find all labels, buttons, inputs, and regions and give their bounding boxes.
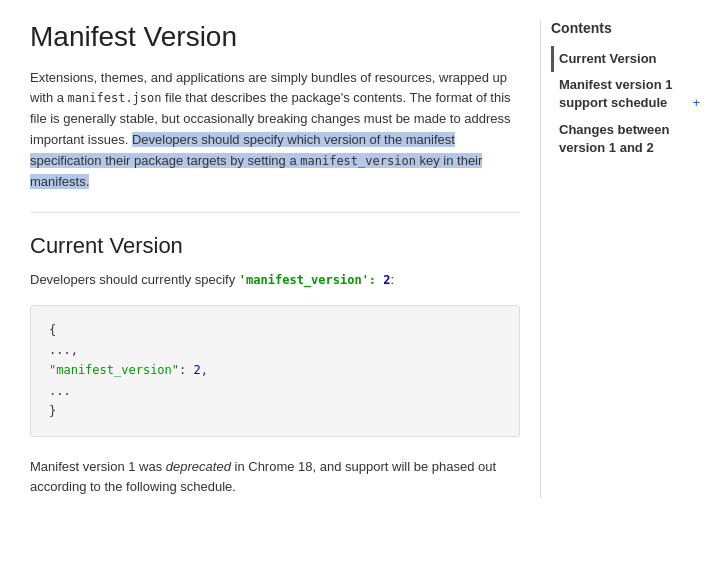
page-title: Manifest Version	[30, 20, 520, 54]
sidebar-expand-icon[interactable]: +	[692, 94, 700, 112]
deprecated-text: deprecated	[166, 459, 231, 474]
code-val: 2	[194, 363, 201, 377]
bottom-paragraph: Manifest version 1 was deprecated in Chr…	[30, 457, 520, 499]
code-key: "manifest_version"	[49, 363, 179, 377]
code-line-2: ...,	[49, 340, 501, 360]
sidebar-item-current-version[interactable]: Current Version	[551, 46, 700, 72]
code-line-1: {	[49, 320, 501, 340]
sidebar: Contents Current Version Manifest versio…	[540, 20, 700, 498]
page-layout: Manifest Version Extensions, themes, and…	[0, 0, 714, 518]
section-divider	[30, 212, 520, 213]
code-block: { ..., "manifest_version": 2, ... }	[30, 305, 520, 437]
manifest-version-number: 2	[383, 273, 390, 287]
sidebar-item-manifest-version[interactable]: Manifest version 1 support schedule +	[551, 72, 700, 116]
manifest-json-link[interactable]: manifest.json	[68, 90, 162, 105]
code-line-5: }	[49, 401, 501, 421]
sidebar-title: Contents	[551, 20, 700, 36]
sidebar-item-changes[interactable]: Changes between version 1 and 2	[551, 117, 700, 161]
intro-paragraph: Extensions, themes, and applications are…	[30, 68, 520, 193]
manifest-version-code: 'manifest_version':	[239, 273, 384, 287]
code-line-4: ...	[49, 381, 501, 401]
current-version-heading: Current Version	[30, 233, 520, 259]
main-content: Manifest Version Extensions, themes, and…	[30, 20, 540, 498]
code-line-3: "manifest_version": 2,	[49, 360, 501, 380]
current-version-desc: Developers should currently specify 'man…	[30, 270, 520, 291]
